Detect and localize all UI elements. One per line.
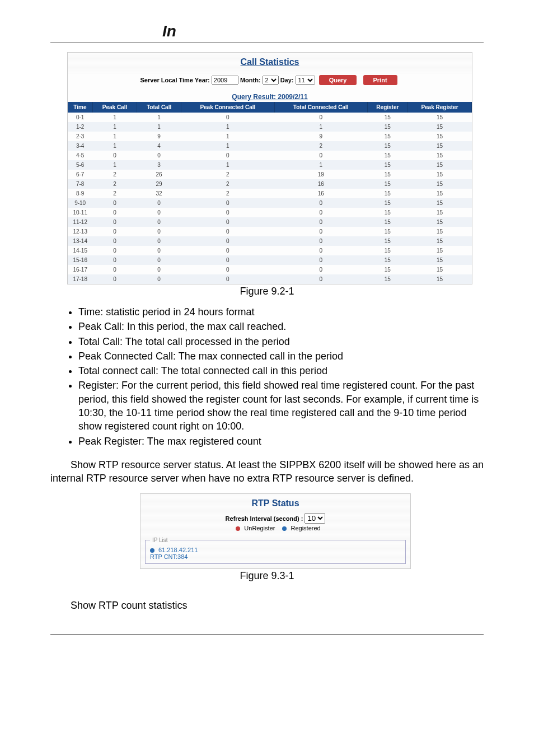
table-row: 12-1300001515 <box>68 227 472 236</box>
table-cell: 1 <box>92 141 137 151</box>
table-cell: 15 <box>367 217 407 227</box>
table-cell: 0 <box>137 246 181 255</box>
table-cell: 1-2 <box>68 122 92 132</box>
table-cell: 0-1 <box>68 113 92 122</box>
table-header: Register <box>367 102 407 113</box>
table-header: Peak Connected Call <box>181 102 275 113</box>
table-row: 8-92322161515 <box>68 189 472 198</box>
table-cell: 0 <box>181 246 275 255</box>
query-button[interactable]: Query <box>319 75 357 85</box>
table-cell: 15 <box>407 132 471 141</box>
table-cell: 15 <box>367 170 407 179</box>
table-cell: 9-10 <box>68 198 92 208</box>
table-cell: 15 <box>407 113 471 122</box>
list-item: Peak Register: The max registered count <box>78 435 484 448</box>
table-cell: 15 <box>407 179 471 189</box>
table-cell: 0 <box>92 217 137 227</box>
table-cell: 15 <box>407 227 471 236</box>
table-cell: 0 <box>137 227 181 236</box>
table-row: 2-319191515 <box>68 132 472 141</box>
table-cell: 9 <box>137 132 181 141</box>
query-controls: Server Local Time Year: Month: 2 Day: 11… <box>68 74 472 91</box>
table-cell: 16 <box>274 179 367 189</box>
table-row: 6-72262191515 <box>68 170 472 179</box>
table-cell: 1 <box>92 122 137 132</box>
table-cell: 14-15 <box>68 246 92 255</box>
table-cell: 0 <box>181 227 275 236</box>
list-item: Peak Call: In this period, the max call … <box>78 320 484 333</box>
table-cell: 0 <box>274 265 367 274</box>
label-year: Server Local Time Year: <box>140 77 209 83</box>
table-cell: 15 <box>367 151 407 160</box>
table-cell: 0 <box>181 265 275 274</box>
table-cell: 1 <box>137 122 181 132</box>
call-statistics-title: Call Statistics <box>68 53 472 74</box>
table-cell: 15 <box>367 274 407 284</box>
brand-logo: In <box>162 22 176 40</box>
table-cell: 4 <box>137 141 181 151</box>
list-item: Register: For the current period, this f… <box>78 379 484 433</box>
table-row: 17-1800001515 <box>68 274 472 284</box>
day-select[interactable]: 11 <box>296 76 315 85</box>
table-cell: 6-7 <box>68 170 92 179</box>
table-cell: 15 <box>367 160 407 170</box>
table-row: 3-414121515 <box>68 141 472 151</box>
table-cell: 0 <box>92 274 137 284</box>
table-cell: 15 <box>407 198 471 208</box>
table-cell: 19 <box>274 170 367 179</box>
rtp-count-paragraph: Show RTP count statistics <box>50 599 484 612</box>
legend-registered: Registered <box>291 525 321 531</box>
table-cell: 0 <box>274 208 367 217</box>
table-row: 5-613111515 <box>68 160 472 170</box>
unregister-dot-icon <box>236 526 240 531</box>
table-cell: 0 <box>92 151 137 160</box>
print-button[interactable]: Print <box>363 75 397 85</box>
table-cell: 0 <box>92 198 137 208</box>
table-row: 15-1600001515 <box>68 255 472 265</box>
query-result-title: Query Result: 2009/2/11 <box>68 91 472 102</box>
table-cell: 5-6 <box>68 160 92 170</box>
table-cell: 15 <box>407 141 471 151</box>
table-cell: 2 <box>92 189 137 198</box>
table-cell: 0 <box>137 208 181 217</box>
table-cell: 1 <box>181 122 275 132</box>
table-cell: 1 <box>181 132 275 141</box>
year-input[interactable] <box>212 76 238 85</box>
table-cell: 3-4 <box>68 141 92 151</box>
call-statistics-panel: Call Statistics Server Local Time Year: … <box>67 52 472 284</box>
table-cell: 15 <box>407 255 471 265</box>
table-cell: 1 <box>274 122 367 132</box>
list-item: Total Call: The total call processed in … <box>78 335 484 348</box>
month-select[interactable]: 2 <box>263 76 279 85</box>
table-cell: 15 <box>367 246 407 255</box>
table-cell: 0 <box>274 236 367 246</box>
ip-list-legend: IP List <box>150 537 170 543</box>
table-cell: 10-11 <box>68 208 92 217</box>
table-cell: 15 <box>407 170 471 179</box>
table-cell: 0 <box>181 217 275 227</box>
table-cell: 0 <box>92 265 137 274</box>
table-cell: 2 <box>92 179 137 189</box>
table-cell: 0 <box>137 236 181 246</box>
table-row: 9-1000001515 <box>68 198 472 208</box>
refresh-interval-select[interactable]: 10 <box>305 513 325 524</box>
table-cell: 0 <box>92 236 137 246</box>
table-cell: 0 <box>181 208 275 217</box>
table-cell: 15 <box>407 151 471 160</box>
table-cell: 0 <box>274 274 367 284</box>
table-cell: 0 <box>181 113 275 122</box>
table-cell: 15 <box>407 274 471 284</box>
table-cell: 4-5 <box>68 151 92 160</box>
table-cell: 15 <box>407 265 471 274</box>
table-cell: 2-3 <box>68 132 92 141</box>
list-item: Time: statistic period in 24 hours forma… <box>78 305 484 319</box>
table-cell: 15 <box>367 227 407 236</box>
table-cell: 0 <box>181 274 275 284</box>
table-cell: 15 <box>367 122 407 132</box>
table-cell: 15 <box>367 113 407 122</box>
ip-status-dot-icon <box>150 548 154 553</box>
table-cell: 7-8 <box>68 179 92 189</box>
table-cell: 15 <box>367 198 407 208</box>
table-row: 16-1700001515 <box>68 265 472 274</box>
table-cell: 15 <box>367 265 407 274</box>
